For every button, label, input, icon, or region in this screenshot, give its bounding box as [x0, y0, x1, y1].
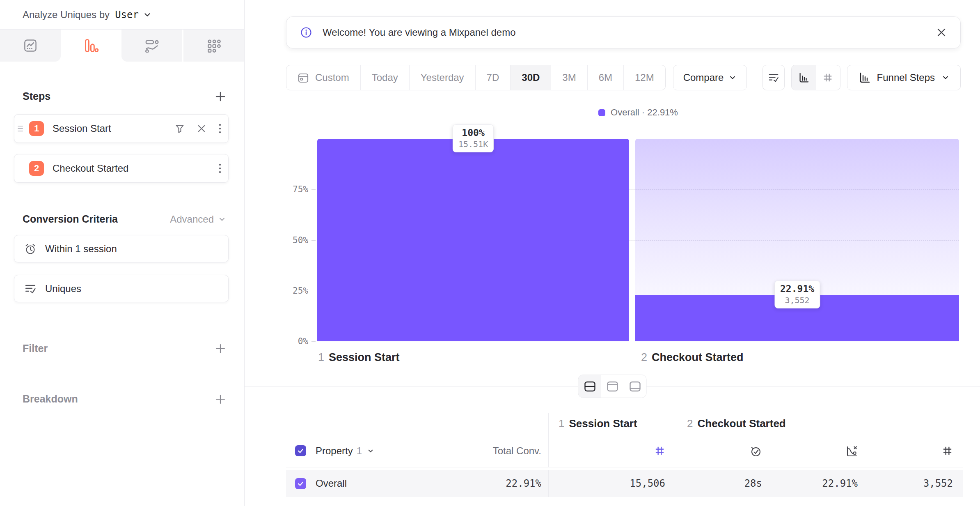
layout-bottom-icon [629, 381, 641, 392]
chart-percent-icon[interactable] [845, 445, 858, 457]
property-column-label[interactable]: Property [316, 445, 353, 457]
chart-type-dropdown[interactable]: Funnel Steps [847, 65, 961, 90]
list-check-icon [768, 72, 779, 83]
range-7d[interactable]: 7D [475, 65, 511, 90]
axis-tick [311, 341, 316, 342]
add-breakdown-button[interactable] [215, 393, 226, 405]
range-label: 3M [562, 72, 576, 83]
steps-section-header: Steps [23, 90, 226, 102]
report-type-tabs [0, 30, 244, 62]
select-all-checkbox[interactable] [295, 445, 306, 456]
retention-icon [207, 39, 221, 53]
chart-toolbar: Custom Today Yesterday 7D 30D 3M 6M 12M … [286, 65, 961, 90]
chart-type-label: Funnel Steps [877, 72, 935, 83]
tab-funnels[interactable] [61, 30, 121, 62]
chevron-down-icon[interactable] [143, 10, 152, 19]
range-label: 30D [522, 72, 540, 83]
banner-close-icon[interactable] [936, 27, 947, 38]
range-label: 6M [599, 72, 612, 83]
advanced-dropdown[interactable]: Advanced [170, 214, 226, 225]
layout-table-only-toggle[interactable] [624, 375, 646, 398]
y-axis-label: 25% [269, 286, 308, 296]
range-3m[interactable]: 3M [551, 65, 587, 90]
compare-button[interactable]: Compare [673, 65, 747, 90]
range-30d[interactable]: 30D [510, 65, 551, 90]
time-check-icon[interactable] [750, 445, 762, 457]
filter-step-icon[interactable] [175, 124, 185, 133]
value-display-toggle [791, 65, 840, 90]
insights-icon [23, 39, 37, 53]
funnel-bar-session-start[interactable] [317, 139, 629, 341]
step2-conv-rate-value: 22.91% [822, 478, 858, 489]
tab-flows[interactable] [121, 30, 182, 62]
tooltip-count: 15.51K [458, 139, 488, 149]
banner-message: Welcome! You are viewing a Mixpanel demo [323, 27, 515, 38]
show-numbers-toggle[interactable] [816, 65, 840, 90]
chevron-down-icon[interactable] [367, 447, 374, 455]
property-number: 1 [357, 445, 362, 457]
add-filter-button[interactable] [215, 343, 226, 354]
show-bars-toggle[interactable] [792, 65, 816, 90]
range-today[interactable]: Today [360, 65, 409, 90]
breakdown-title: Breakdown [23, 393, 78, 405]
axis-tick [311, 240, 316, 241]
step-options-kebab-icon[interactable] [218, 123, 222, 134]
table-row-overall[interactable]: Overall 22.91% 15,506 28s 22.91% 3,552 [286, 470, 963, 497]
funnel-step-checkout-started[interactable] [635, 139, 959, 341]
group-header-session-start: 1 Session Start [548, 413, 677, 435]
filter-title: Filter [23, 343, 48, 354]
layout-chart-only-toggle[interactable] [601, 375, 624, 398]
range-yesterday[interactable]: Yesterday [409, 65, 475, 90]
mixpanel-funnel-app: Analyze Uniques by User [0, 0, 980, 506]
conversion-criteria-title: Conversion Criteria [23, 213, 118, 225]
alarm-clock-icon [24, 243, 37, 255]
step2-avg-time-column [677, 435, 772, 467]
range-12m[interactable]: 12M [623, 65, 665, 90]
remove-step-icon[interactable] [197, 124, 206, 133]
y-axis-label: 50% [269, 235, 308, 245]
list-check-icon [24, 283, 37, 295]
axis-tick [311, 291, 316, 291]
range-custom[interactable]: Custom [286, 65, 360, 90]
funnel-chart: 75% 50% 25% 0% 100% 15.51K 22.91% 3,552 … [317, 139, 959, 341]
drag-handle-icon[interactable] [18, 126, 26, 131]
total-conv-value: 22.91% [506, 478, 541, 489]
step-options-kebab-icon[interactable] [218, 163, 222, 174]
hash-icon [822, 72, 833, 83]
welcome-banner: Welcome! You are viewing a Mixpanel demo [286, 16, 961, 48]
range-label: Custom [315, 72, 349, 83]
funnels-icon [84, 39, 98, 53]
legend-label[interactable]: Overall · 22.91% [611, 107, 678, 118]
step2-conv-rate-column [772, 435, 868, 467]
group-step-name: Session Start [569, 417, 637, 430]
conversion-criteria-header: Conversion Criteria Advanced [23, 213, 226, 225]
x-axis-step-label: 1 Session Start [318, 351, 400, 364]
tab-insights[interactable] [0, 30, 61, 62]
axis-tick [311, 189, 316, 190]
step-name: Session Start [329, 351, 400, 364]
step-card-session-start[interactable]: 1 Session Start [14, 114, 229, 143]
conversion-window-card[interactable]: Within 1 session [14, 235, 229, 262]
bar-chart-icon [858, 71, 870, 84]
bar-chart-icon [798, 72, 809, 83]
panel-layout-toggle [578, 375, 647, 398]
conversion-window-label: Within 1 session [45, 243, 117, 255]
hash-icon[interactable] [942, 445, 953, 456]
steps-title: Steps [23, 90, 50, 102]
step-card-checkout-started[interactable]: 2 Checkout Started [14, 154, 229, 183]
step-number: 2 [641, 351, 647, 364]
layout-split-toggle[interactable] [579, 375, 601, 398]
add-step-button[interactable] [215, 91, 226, 102]
info-icon [300, 26, 312, 39]
analyze-value-dropdown[interactable]: User [115, 9, 139, 21]
range-6m[interactable]: 6M [587, 65, 623, 90]
hash-icon[interactable] [654, 445, 665, 456]
group-step-number: 1 [559, 417, 564, 430]
row-checkbox[interactable] [295, 478, 306, 489]
counting-method-card[interactable]: Uniques [14, 275, 229, 302]
total-conv-column-label[interactable]: Total Conv. [493, 445, 541, 457]
range-label: Yesterday [421, 72, 464, 83]
step-number-badge: 2 [29, 161, 44, 176]
uniques-metric-button[interactable] [762, 65, 785, 90]
tab-retention[interactable] [182, 30, 244, 62]
